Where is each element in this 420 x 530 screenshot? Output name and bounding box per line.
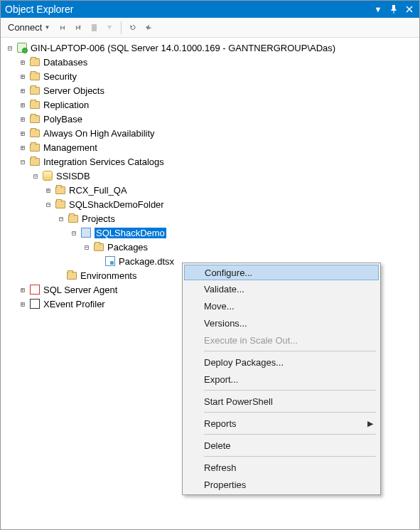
expand-icon[interactable]: ⊞ xyxy=(43,185,53,195)
expand-icon[interactable]: ⊞ xyxy=(18,57,28,67)
folder-icon xyxy=(29,142,41,153)
databases-node[interactable]: ⊞ Databases xyxy=(1,55,419,69)
toolbar-separator xyxy=(121,21,122,34)
folder-icon xyxy=(29,70,41,82)
folder-icon xyxy=(29,85,41,96)
menu-execute-scale-out: Execute in Scale Out... xyxy=(184,332,379,349)
window-dropdown-icon[interactable]: ▼ xyxy=(372,4,384,15)
projects-node[interactable]: ⊟ Projects xyxy=(1,211,419,226)
node-label: Environments xyxy=(80,270,136,281)
filter-icon[interactable] xyxy=(104,22,115,33)
collapse-icon[interactable]: ⊟ xyxy=(82,242,92,252)
expand-icon[interactable]: ⊞ xyxy=(18,285,28,295)
collapse-icon[interactable]: ⊟ xyxy=(18,157,28,166)
rcx-folder-node[interactable]: ⊞ RCX_Full_QA xyxy=(1,183,419,197)
polybase-node[interactable]: ⊞ PolyBase xyxy=(1,112,419,126)
node-label: PolyBase xyxy=(43,114,82,124)
object-explorer-panel: Object Explorer ▼ Connect ▼ xyxy=(0,0,420,530)
server-node[interactable]: ⊟ GIN-LAPTOP-006 (SQL Server 14.0.1000.1… xyxy=(1,41,419,55)
collapse-icon[interactable]: ⊟ xyxy=(69,228,79,238)
expand-icon[interactable]: ⊞ xyxy=(18,299,28,309)
node-label-selected: SQLShackDemo xyxy=(95,228,166,238)
isc-node[interactable]: ⊟ Integration Services Catalogs xyxy=(1,154,419,169)
menu-label: Reports xyxy=(204,418,237,429)
node-label: RCX_Full_QA xyxy=(69,185,127,196)
node-label: Always On High Availability xyxy=(43,128,155,139)
menu-versions[interactable]: Versions... xyxy=(184,314,379,332)
expand-icon[interactable]: ⊞ xyxy=(18,114,28,124)
menu-delete[interactable]: Delete xyxy=(184,437,379,454)
expand-icon[interactable]: ⊞ xyxy=(18,128,28,138)
connect-label: Connect xyxy=(8,22,42,33)
menu-label: Configure... xyxy=(205,267,252,278)
connect-button[interactable]: Connect ▼ xyxy=(5,21,53,34)
node-label: Management xyxy=(43,142,97,153)
menu-move[interactable]: Move... xyxy=(184,297,379,314)
ssisdb-node[interactable]: ⊟ SSISDB xyxy=(1,169,419,183)
menu-label: Versions... xyxy=(204,318,247,329)
node-label: SQLShackDemoFolder xyxy=(69,199,164,210)
menu-reports[interactable]: Reports▶ xyxy=(184,415,379,432)
management-node[interactable]: ⊞ Management xyxy=(1,140,419,154)
chevron-down-icon: ▼ xyxy=(44,24,50,31)
svg-rect-0 xyxy=(92,24,97,31)
menu-label: Start PowerShell xyxy=(204,396,273,407)
folder-icon xyxy=(66,270,77,281)
node-label: SSISDB xyxy=(56,171,90,181)
folder-icon xyxy=(68,213,79,224)
menu-export[interactable]: Export... xyxy=(184,371,379,388)
menu-refresh[interactable]: Refresh xyxy=(184,459,379,476)
expand-icon[interactable]: ⊞ xyxy=(18,142,28,152)
menu-label: Export... xyxy=(204,374,238,385)
menu-properties[interactable]: Properties xyxy=(184,476,379,493)
menu-start-powershell[interactable]: Start PowerShell xyxy=(184,393,379,410)
menu-separator xyxy=(204,456,376,457)
server-objects-node[interactable]: ⊞ Server Objects xyxy=(1,83,419,97)
menu-separator xyxy=(204,434,376,435)
project-sqlshackdemo-node[interactable]: ⊟ SQLShackDemo xyxy=(1,226,419,240)
always-on-node[interactable]: ⊞ Always On High Availability xyxy=(1,126,419,140)
menu-label: Properties xyxy=(204,479,246,490)
demo-folder-node[interactable]: ⊟ SQLShackDemoFolder xyxy=(1,197,419,211)
server-icon xyxy=(16,42,28,53)
activity-monitor-icon[interactable] xyxy=(143,22,154,33)
folder-icon xyxy=(29,127,41,139)
stop-icon[interactable] xyxy=(88,22,99,33)
packages-node[interactable]: ⊟ Packages xyxy=(1,240,419,254)
expand-icon[interactable]: ⊞ xyxy=(18,100,28,110)
folder-icon xyxy=(29,156,41,167)
folder-icon xyxy=(29,99,41,110)
agent-icon xyxy=(29,284,41,295)
collapse-icon[interactable]: ⊟ xyxy=(31,171,41,181)
menu-label: Refresh xyxy=(204,462,237,473)
node-label: Packages xyxy=(107,242,148,253)
node-label: Projects xyxy=(82,213,115,224)
menu-configure[interactable]: Configure... xyxy=(184,265,379,280)
close-icon[interactable] xyxy=(404,4,415,15)
menu-validate[interactable]: Validate... xyxy=(184,280,379,297)
security-node[interactable]: ⊞ Security xyxy=(1,69,419,83)
pin-icon[interactable] xyxy=(388,4,399,15)
catalog-icon xyxy=(42,170,53,181)
node-label: Package.dtsx xyxy=(119,256,174,267)
node-label: Integration Services Catalogs xyxy=(43,157,164,167)
disconnect-all-icon[interactable] xyxy=(72,22,84,33)
collapse-icon[interactable]: ⊟ xyxy=(5,43,15,53)
package-icon xyxy=(104,255,116,267)
xevent-icon xyxy=(29,298,41,309)
folder-icon xyxy=(29,113,41,124)
replication-node[interactable]: ⊞ Replication xyxy=(1,97,419,112)
menu-label: Deploy Packages... xyxy=(204,357,284,368)
menu-separator xyxy=(204,351,376,351)
refresh-icon[interactable] xyxy=(127,22,139,33)
expand-icon[interactable]: ⊞ xyxy=(18,71,28,81)
node-label: SQL Server Agent xyxy=(43,285,117,295)
node-label: Server Objects xyxy=(43,85,104,96)
menu-deploy-packages[interactable]: Deploy Packages... xyxy=(184,354,379,371)
collapse-icon[interactable]: ⊟ xyxy=(43,199,53,209)
collapse-icon[interactable]: ⊟ xyxy=(56,213,66,223)
expand-icon[interactable]: ⊞ xyxy=(18,85,28,95)
folder-icon xyxy=(93,241,104,253)
disconnect-icon[interactable] xyxy=(57,22,68,33)
node-label: Databases xyxy=(43,57,87,68)
